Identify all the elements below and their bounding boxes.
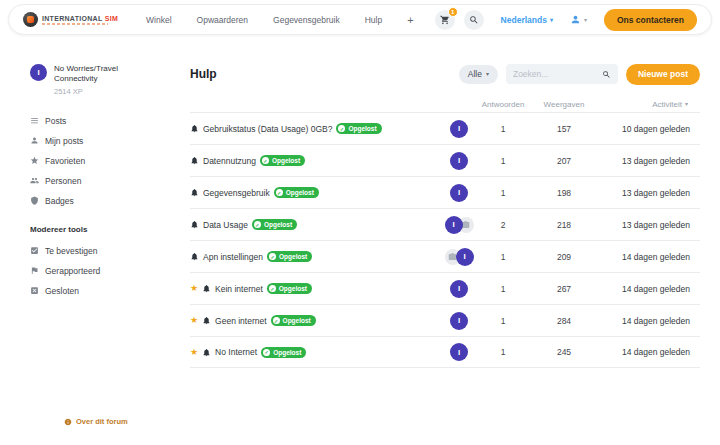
language-label: Nederlands: [501, 15, 547, 25]
avatar[interactable]: I: [450, 312, 468, 330]
topic-title[interactable]: Gegevensgebruik: [203, 188, 270, 198]
avatar[interactable]: I: [450, 184, 468, 202]
search-icon[interactable]: [602, 70, 611, 79]
logo[interactable]: INTERNATIONAL SIM: [23, 12, 118, 27]
star-icon[interactable]: ★: [190, 284, 198, 293]
sidebar: I No Worries/Travel Connectivity 2514 XP…: [30, 64, 182, 301]
table-row[interactable]: Gebruikstatus (Data Usage) 0GB? ✓Opgelos…: [190, 112, 700, 144]
topic-title[interactable]: Data Usage: [203, 220, 248, 230]
views-count: 209: [557, 252, 571, 262]
check-icon: ✓: [263, 349, 270, 356]
user-menu[interactable]: ▾: [570, 14, 587, 25]
main-content: Hulp Alle ▾ Nieuwe post Antwoorden Weerg…: [190, 62, 700, 368]
topic-title[interactable]: Apn instellingen: [203, 252, 263, 262]
bell-icon: [190, 124, 199, 133]
table-row[interactable]: Data Usage ✓Opgelost I 2 218 13 dagen ge…: [190, 208, 700, 240]
avatar[interactable]: I: [450, 280, 468, 298]
plus-menu-item[interactable]: +: [407, 14, 413, 26]
activity-time: 10 dagen geleden: [622, 124, 700, 134]
topic-title[interactable]: Gebruikstatus (Data Usage) 0GB?: [203, 124, 332, 134]
profile-card[interactable]: I No Worries/Travel Connectivity 2514 XP: [30, 64, 182, 96]
replies-count: 1: [501, 316, 506, 326]
logo-tagline: [42, 23, 108, 25]
column-activity-label: Activiteit: [652, 100, 682, 109]
search-button[interactable]: [464, 10, 484, 30]
table-row[interactable]: Apn instellingen ✓Opgelost I 1 209 14 da…: [190, 240, 700, 272]
logo-text: INTERNATIONAL SIM: [42, 15, 118, 22]
sidebar-item-favorieten[interactable]: Favorieten: [30, 151, 182, 171]
language-selector[interactable]: Nederlands ▾: [501, 15, 553, 25]
check-icon: ✓: [254, 221, 261, 228]
sidebar-item-personen[interactable]: Personen: [30, 171, 182, 191]
chevron-down-icon: ▾: [550, 17, 553, 23]
contact-button[interactable]: Ons contacteren: [604, 9, 697, 31]
list-icon: [30, 116, 39, 125]
new-post-button[interactable]: Nieuwe post: [626, 64, 700, 85]
sidebar-item-mijn-posts[interactable]: Mijn posts: [30, 131, 182, 151]
top-navbar: INTERNATIONAL SIM Winkel Opwaarderen Geg…: [8, 4, 712, 35]
about-forum-label: Over dit forum: [76, 417, 128, 426]
bell-icon: [202, 284, 211, 293]
check-icon: ✓: [273, 317, 280, 324]
sidebar-item-label: Posts: [45, 116, 66, 126]
sidebar-item-gerapporteerd[interactable]: Gerapporteerd: [30, 261, 182, 281]
topic-title[interactable]: Geen internet: [215, 316, 267, 326]
user-icon: [570, 14, 581, 25]
check-icon: ✓: [269, 253, 276, 260]
nav-link-opwaarderen[interactable]: Opwaarderen: [197, 15, 249, 25]
star-icon[interactable]: ★: [190, 316, 198, 325]
avatar[interactable]: I: [445, 216, 463, 234]
cart-icon: [440, 15, 450, 25]
solved-label: Opgelost: [279, 285, 307, 292]
avatar: I: [30, 64, 47, 81]
table-header: Antwoorden Weergaven Activiteit ▾: [190, 96, 700, 112]
star-icon[interactable]: ★: [190, 348, 198, 357]
solved-badge: ✓Opgelost: [267, 283, 312, 294]
views-count: 267: [557, 284, 571, 294]
search-box: [506, 64, 618, 84]
avatar[interactable]: I: [450, 152, 468, 170]
sidebar-item-badges[interactable]: Badges: [30, 191, 182, 211]
sidebar-item-gesloten[interactable]: Gesloten: [30, 281, 182, 301]
about-forum-link[interactable]: Over dit forum: [64, 417, 128, 426]
solved-label: Opgelost: [286, 189, 314, 196]
cart-button[interactable]: 1: [435, 10, 455, 30]
cart-badge: 1: [448, 7, 458, 17]
moderator-tools-title: Modereer tools: [30, 221, 182, 239]
views-count: 218: [557, 220, 571, 230]
avatar[interactable]: I: [456, 248, 474, 266]
views-count: 207: [557, 156, 571, 166]
sidebar-item-label: Badges: [45, 196, 74, 206]
filter-dropdown[interactable]: Alle ▾: [459, 65, 498, 84]
star-icon: [30, 156, 39, 165]
views-count: 198: [557, 188, 571, 198]
sidebar-item-te-bevestigen[interactable]: Te bevestigen: [30, 241, 182, 261]
replies-count: 1: [501, 156, 506, 166]
solved-label: Opgelost: [264, 221, 292, 228]
solved-badge: ✓Opgelost: [261, 347, 306, 358]
nav-link-winkel[interactable]: Winkel: [146, 15, 172, 25]
search-input[interactable]: [513, 69, 602, 79]
replies-count: 1: [501, 252, 506, 262]
column-activity[interactable]: Activiteit ▾: [652, 100, 700, 109]
topic-title[interactable]: Kein internet: [215, 284, 263, 294]
topic-title[interactable]: No Internet: [215, 347, 257, 357]
avatar[interactable]: I: [450, 120, 468, 138]
sidebar-item-posts[interactable]: Posts: [30, 111, 182, 131]
solved-badge: ✓Opgelost: [336, 123, 381, 134]
bell-icon: [190, 220, 199, 229]
main-header: Hulp Alle ▾ Nieuwe post: [190, 62, 700, 86]
table-row[interactable]: ★ Kein internet ✓Opgelost I 1 267 14 dag…: [190, 272, 700, 304]
replies-count: 2: [501, 220, 506, 230]
sidebar-item-label: Gesloten: [45, 286, 79, 296]
replies-count: 1: [501, 124, 506, 134]
avatar[interactable]: I: [450, 343, 468, 361]
nav-link-gegevensgebruik[interactable]: Gegevensgebruik: [273, 15, 340, 25]
table-row[interactable]: ★ No Internet ✓Opgelost I 1 245 14 dagen…: [190, 336, 700, 368]
table-row[interactable]: Datennutzung ✓Opgelost I 1 207 13 dagen …: [190, 144, 700, 176]
table-row[interactable]: ★ Geen internet ✓Opgelost I 1 284 14 dag…: [190, 304, 700, 336]
nav-link-hulp[interactable]: Hulp: [365, 15, 382, 25]
chevron-down-icon: ▾: [584, 17, 587, 23]
table-row[interactable]: Gegevensgebruik ✓Opgelost I 1 198 13 dag…: [190, 176, 700, 208]
topic-title[interactable]: Datennutzung: [203, 156, 256, 166]
